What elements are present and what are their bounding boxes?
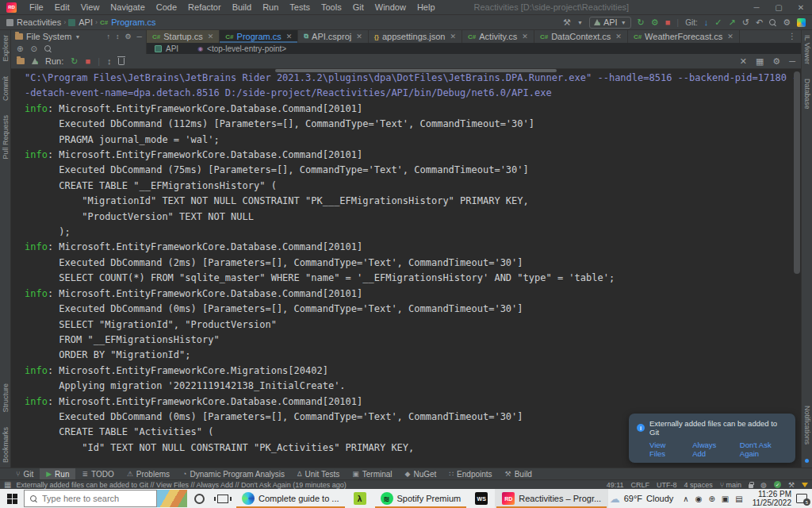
notification-action-don-t-ask-again[interactable]: Don't Ask Again bbox=[740, 441, 787, 458]
taskbar-app-webstorm[interactable]: WS bbox=[468, 489, 495, 508]
tray-icon-3[interactable]: ▣ bbox=[722, 495, 729, 503]
tab-overflow-menu[interactable]: ⋮ bbox=[783, 30, 801, 43]
stripe-item-commit[interactable]: Commit bbox=[2, 76, 10, 101]
git-update-button[interactable]: ↓ bbox=[704, 18, 709, 27]
menu-item-view[interactable]: View bbox=[75, 0, 105, 15]
tab-close-icon[interactable]: ✕ bbox=[615, 33, 622, 40]
task-view-button[interactable] bbox=[211, 489, 235, 508]
stop-process-button[interactable]: ■ bbox=[85, 57, 90, 66]
taskbar-app-rider[interactable]: RDReactivities – Progr... bbox=[495, 489, 608, 508]
close-button[interactable]: ✕ bbox=[790, 0, 812, 15]
close-panel-icon[interactable]: ✕ bbox=[740, 56, 747, 67]
minimize-panel-icon[interactable]: ─ bbox=[789, 56, 795, 66]
menu-item-tools[interactable]: Tools bbox=[316, 0, 347, 15]
expand-collapse-icon[interactable]: ↕ bbox=[116, 33, 120, 40]
cortana-button[interactable] bbox=[187, 489, 211, 508]
menu-item-navigate[interactable]: Navigate bbox=[105, 0, 150, 15]
tray-icon-2[interactable]: ⊕ bbox=[708, 495, 714, 503]
git-branch-widget[interactable]: ⑂ main bbox=[720, 480, 741, 490]
breadcrumb-api[interactable]: API bbox=[68, 17, 93, 27]
breadcrumb-reactivities[interactable]: Reactivities bbox=[6, 17, 61, 27]
menu-item-help[interactable]: Help bbox=[412, 0, 441, 15]
caret-position[interactable]: 49:11 bbox=[607, 480, 624, 490]
tab-close-icon[interactable]: ✕ bbox=[522, 33, 528, 40]
hammer-status-icon[interactable]: ⚒ bbox=[788, 480, 795, 490]
tab-activity-cs[interactable]: C#Activity.cs✕ bbox=[462, 30, 534, 43]
action-center-button[interactable]: 5 bbox=[796, 494, 807, 503]
stripe-item-il-viewer[interactable]: IL Viewer bbox=[803, 35, 811, 64]
stripe-item-bookmarks[interactable]: Bookmarks bbox=[2, 427, 10, 463]
menu-item-tests[interactable]: Tests bbox=[284, 0, 316, 15]
tab-close-icon[interactable]: ✕ bbox=[208, 33, 214, 40]
menu-item-refactor[interactable]: Refactor bbox=[182, 0, 227, 15]
search-input[interactable] bbox=[42, 494, 136, 503]
tab-close-icon[interactable]: ✕ bbox=[450, 33, 456, 40]
tray-icon-1[interactable]: ◉ bbox=[695, 495, 703, 503]
build-dropdown-icon[interactable]: ▼ bbox=[577, 20, 583, 25]
history-button[interactable]: ↺ bbox=[742, 18, 749, 27]
run-configuration-select[interactable]: API ▼ bbox=[589, 17, 631, 29]
search-highlight-image[interactable] bbox=[157, 490, 187, 507]
taskbar-search[interactable] bbox=[24, 490, 157, 507]
stop-button[interactable]: ■ bbox=[665, 18, 671, 27]
breadcrumb-project[interactable]: API bbox=[166, 44, 178, 53]
line-ending[interactable]: CRLF bbox=[631, 480, 650, 490]
maximize-button[interactable]: ▢ bbox=[768, 0, 790, 15]
breadcrumb-program-cs[interactable]: C#Program.cs bbox=[100, 17, 155, 27]
rerun-button[interactable]: ↻ bbox=[71, 57, 78, 66]
tab-api-csproj[interactable]: ⧉API.csproj✕ bbox=[298, 30, 368, 43]
panel-search-icon[interactable] bbox=[44, 45, 52, 52]
tab-weatherforecast-cs[interactable]: C#WeatherForecast.cs✕ bbox=[628, 30, 740, 43]
notification-action-view-files[interactable]: View Files bbox=[649, 441, 680, 458]
tab-close-icon[interactable]: ✕ bbox=[727, 33, 733, 40]
hide-panel-icon[interactable]: ─ bbox=[137, 33, 142, 40]
taskbar-app-lambda[interactable]: λ bbox=[347, 489, 373, 508]
locate-selection-icon[interactable]: ⊙ bbox=[30, 44, 36, 53]
analysis-ok-icon[interactable]: ✓ bbox=[774, 481, 781, 488]
file-system-panel-header[interactable]: File System ▼ ↑ ↕ ⚙ ─ bbox=[11, 30, 147, 43]
clear-console-icon[interactable] bbox=[118, 58, 124, 65]
stripe-item-database[interactable]: Database bbox=[803, 79, 811, 110]
menu-item-code[interactable]: Code bbox=[151, 0, 182, 15]
status-message[interactable]: Externally added files can be added to G… bbox=[16, 480, 346, 490]
run-button[interactable]: ↻ bbox=[638, 18, 645, 27]
indent-setting[interactable]: 4 spaces bbox=[684, 480, 713, 490]
chevron-down-icon[interactable]: ▼ bbox=[75, 34, 80, 40]
filter-funnel-icon[interactable] bbox=[802, 483, 808, 487]
toolwindow-git[interactable]: ⑂Git bbox=[10, 468, 40, 479]
taskbar-weather[interactable]: ☁ 69°F Cloudy bbox=[610, 493, 674, 505]
tab-startup-cs[interactable]: C#Startup.cs✕ bbox=[147, 30, 220, 43]
horizontal-scrollbar[interactable] bbox=[275, 69, 557, 72]
settings-gear-icon[interactable]: ⚙ bbox=[783, 18, 791, 27]
debug-button[interactable]: ⚙ bbox=[651, 18, 659, 27]
toolwindow-run[interactable]: ▶Run bbox=[40, 468, 75, 479]
tray-icon-4[interactable]: ▤ bbox=[735, 495, 742, 503]
toolwindow-terminal[interactable]: ▣Terminal bbox=[346, 468, 398, 479]
panel-settings-gear-icon[interactable]: ⚙ bbox=[125, 33, 132, 40]
build-hammer-icon[interactable]: ⚒ bbox=[563, 18, 571, 27]
show-hidden-icons-button[interactable]: ∧ bbox=[683, 495, 688, 503]
accessibility-icon[interactable]: ◍ bbox=[760, 480, 767, 490]
toolwindow-dynamic-program-analysis[interactable]: ◔Dynamic Program Analysis bbox=[176, 468, 291, 479]
tab-datacontext-cs[interactable]: C#DataContext.cs✕ bbox=[534, 30, 628, 43]
stripe-item-structure[interactable]: Structure bbox=[2, 383, 10, 413]
rollback-button[interactable]: ↶ bbox=[756, 18, 763, 27]
start-button[interactable] bbox=[0, 489, 24, 508]
toolwindow-problems[interactable]: ⚠Problems bbox=[121, 468, 176, 479]
menu-item-file[interactable]: File bbox=[24, 0, 49, 15]
tab-appsettings-json[interactable]: {}appsettings.json✕ bbox=[369, 30, 462, 43]
menu-item-build[interactable]: Build bbox=[227, 0, 257, 15]
search-everywhere-button[interactable] bbox=[769, 19, 776, 26]
layout-icon[interactable]: ▦ bbox=[756, 56, 764, 67]
menu-item-edit[interactable]: Edit bbox=[49, 0, 75, 15]
tab-close-icon[interactable]: ✕ bbox=[356, 33, 362, 40]
tab-program-cs[interactable]: C#Program.cs✕ bbox=[220, 30, 298, 43]
menu-item-git[interactable]: Git bbox=[347, 0, 370, 15]
tab-close-icon[interactable]: ✕ bbox=[286, 33, 293, 40]
taskbar-app-spotify[interactable]: ≋Spotify Premium bbox=[373, 489, 469, 508]
panel-gear-icon[interactable]: ⚙ bbox=[772, 56, 780, 67]
stripe-item-pull-requests[interactable]: Pull Requests bbox=[2, 115, 10, 160]
vertical-scrollbar[interactable] bbox=[794, 71, 800, 274]
misc-plugin-icon[interactable] bbox=[797, 18, 806, 27]
notification-action-always-add[interactable]: Always Add bbox=[692, 441, 728, 458]
